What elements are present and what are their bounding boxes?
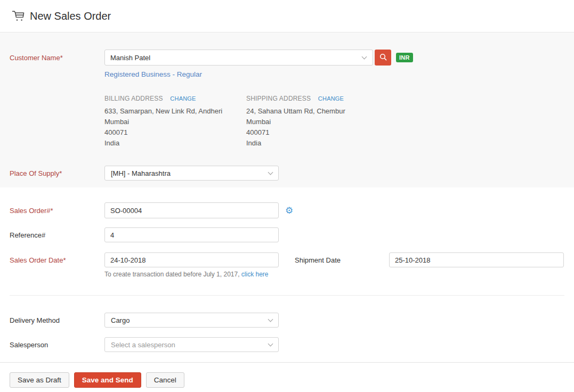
customer-name-combo xyxy=(104,50,373,66)
delivery-method-label: Delivery Method xyxy=(10,316,104,324)
section-divider xyxy=(10,295,564,296)
shipping-address-heading: SHIPPING ADDRESS xyxy=(246,95,311,102)
shipping-address-line: India xyxy=(246,138,388,148)
place-of-supply-select[interactable]: [MH] - Maharashtra xyxy=(104,166,279,181)
reference-input[interactable] xyxy=(104,227,279,242)
billing-address-line: Mumbai xyxy=(104,117,246,127)
salesperson-row: Salesperson Select a salesperson xyxy=(10,337,574,352)
delivery-method-value: Cargo xyxy=(111,316,130,324)
page-title: New Sales Order xyxy=(30,10,111,22)
place-of-supply-value: [MH] - Maharashtra xyxy=(111,169,171,177)
chevron-down-icon xyxy=(268,170,273,175)
helper-text: To create transaction dated before July … xyxy=(104,271,240,278)
place-of-supply-label: Place Of Supply* xyxy=(10,169,104,177)
sales-order-number-input[interactable] xyxy=(104,202,279,218)
footer-action-bar: Save as Draft Save and Send Cancel xyxy=(0,362,574,391)
billing-address-heading: BILLING ADDRESS xyxy=(104,95,163,102)
dates-row: Sales Order Date* Shipment Date xyxy=(10,252,574,267)
gst-treatment-link[interactable]: Registered Business - Regular xyxy=(104,70,202,78)
customer-search-button[interactable] xyxy=(375,50,391,66)
shipping-address-line: Mumbai xyxy=(246,117,388,127)
customer-section: Customer Name* INR Registered Business -… xyxy=(0,32,574,187)
shipment-date-input[interactable] xyxy=(389,252,564,267)
search-icon xyxy=(379,53,387,63)
shipping-address-change-link[interactable]: CHANGE xyxy=(318,95,344,102)
sales-order-date-input[interactable] xyxy=(104,252,279,267)
shipping-address: SHIPPING ADDRESS CHANGE 24, Sahana Uttam… xyxy=(246,94,388,148)
sales-order-number-row: Sales Order#* ⚙ xyxy=(10,202,574,218)
backdated-transaction-helper: To create transaction dated before July … xyxy=(104,271,574,278)
gst-treatment-row: Registered Business - Regular xyxy=(104,70,574,78)
sales-order-number-label: Sales Order#* xyxy=(10,207,104,215)
order-details-section: Sales Order#* ⚙ Reference# Sales Order D… xyxy=(0,187,574,352)
delivery-method-row: Delivery Method Cargo xyxy=(10,313,574,328)
shipment-date-label: Shipment Date xyxy=(295,256,389,264)
gear-icon[interactable]: ⚙ xyxy=(285,206,293,215)
customer-name-label: Customer Name* xyxy=(10,54,104,62)
customer-name-input[interactable] xyxy=(104,50,373,66)
delivery-method-select[interactable]: Cargo xyxy=(104,313,279,328)
place-of-supply-row: Place Of Supply* [MH] - Maharashtra xyxy=(10,166,574,181)
billing-address-line: India xyxy=(104,138,246,148)
cancel-button[interactable]: Cancel xyxy=(146,372,184,388)
salesperson-label: Salesperson xyxy=(10,341,104,349)
reference-label: Reference# xyxy=(10,231,104,239)
save-as-draft-button[interactable]: Save as Draft xyxy=(10,372,69,388)
sales-order-cart-icon xyxy=(12,10,25,22)
billing-address: BILLING ADDRESS CHANGE 633, Samarpan, Ne… xyxy=(104,94,246,148)
currency-badge: INR xyxy=(396,53,413,62)
save-and-send-button[interactable]: Save and Send xyxy=(74,372,141,388)
shipping-address-line: 400071 xyxy=(246,128,388,137)
addresses-block: BILLING ADDRESS CHANGE 633, Samarpan, Ne… xyxy=(104,94,574,148)
page-header: New Sales Order xyxy=(0,0,574,32)
click-here-link[interactable]: click here xyxy=(241,271,269,278)
salesperson-placeholder: Select a salesperson xyxy=(111,341,175,349)
reference-row: Reference# xyxy=(10,227,574,242)
customer-name-row: Customer Name* INR xyxy=(10,50,574,66)
sales-order-date-label: Sales Order Date* xyxy=(10,256,104,264)
billing-address-line: 633, Samarpan, New Link Rd, Andheri xyxy=(104,107,246,116)
billing-address-line: 400071 xyxy=(104,128,246,137)
shipping-address-line: 24, Sahana Uttam Rd, Chembur xyxy=(246,107,388,116)
billing-address-change-link[interactable]: CHANGE xyxy=(170,95,196,102)
chevron-down-icon xyxy=(268,341,273,347)
salesperson-select[interactable]: Select a salesperson xyxy=(104,337,279,352)
chevron-down-icon xyxy=(268,317,273,322)
